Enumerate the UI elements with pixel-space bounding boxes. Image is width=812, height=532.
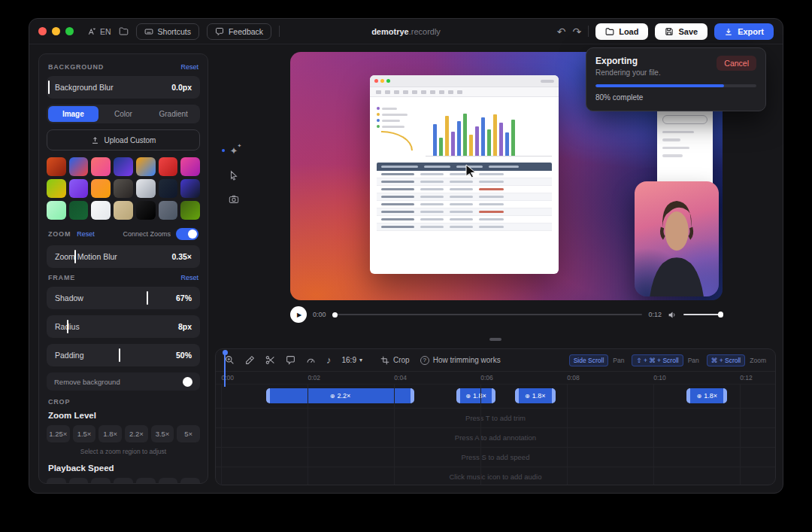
annotation-tool-button[interactable] (286, 355, 295, 365)
background-thumbnail[interactable] (114, 179, 133, 198)
zoom-level-button[interactable]: 3.5× (151, 425, 174, 442)
background-reset-link[interactable]: Reset (180, 63, 198, 71)
save-button[interactable]: Save (655, 23, 707, 40)
zoom-level-button[interactable]: 5× (177, 425, 200, 442)
playback-speed-button[interactable]: 1.25× (114, 478, 133, 484)
zoom-region[interactable]: ⊕1.8× (686, 388, 727, 403)
webcam-overlay[interactable] (635, 181, 719, 296)
background-thumbnail[interactable] (180, 179, 200, 198)
effects-tool-button[interactable]: ✦✦ (230, 145, 238, 157)
zoom-level-button[interactable]: 1.5× (73, 425, 96, 442)
zoom-window-button[interactable] (65, 27, 74, 35)
scissors-tool-button[interactable] (265, 355, 275, 365)
cancel-export-button[interactable]: Cancel (717, 56, 756, 71)
playback-speed-button[interactable]: 0.5× (69, 478, 89, 484)
volume-handle[interactable] (718, 312, 724, 318)
radius-slider[interactable]: Radius 8px (47, 315, 200, 338)
playhead[interactable] (224, 351, 226, 387)
background-thumbnail[interactable] (69, 201, 89, 220)
zoom-region[interactable]: ⊕1.8× (456, 388, 495, 403)
background-thumbnail[interactable] (159, 157, 178, 176)
background-thumbnail[interactable] (180, 157, 200, 176)
export-button[interactable]: Export (714, 23, 774, 40)
volume-slider[interactable] (683, 314, 723, 316)
shortcuts-button[interactable]: Shortcuts (136, 23, 199, 40)
crop-button[interactable]: Crop (380, 356, 410, 365)
slider-handle[interactable] (147, 291, 148, 305)
region-left-handle[interactable] (456, 388, 460, 403)
tab-color[interactable]: Color (98, 106, 149, 122)
region-left-handle[interactable] (266, 388, 270, 403)
background-thumbnail[interactable] (47, 179, 66, 198)
background-thumbnail[interactable] (114, 157, 133, 176)
playback-speed-button[interactable]: 1.75× (159, 478, 178, 484)
zoom-region[interactable]: ⊕1.8× (515, 388, 556, 403)
slider-handle[interactable] (119, 348, 120, 362)
zoom-reset-link[interactable]: Reset (77, 230, 95, 238)
background-thumbnail[interactable] (136, 157, 156, 176)
language-switcher[interactable]: EN (87, 27, 111, 36)
background-thumbnail[interactable] (47, 157, 66, 176)
panel-resize-handle[interactable] (489, 338, 501, 341)
camera-tool-button[interactable] (229, 194, 239, 205)
undo-button[interactable]: ↶ (557, 26, 566, 37)
zoom-motion-blur-slider[interactable]: Zoom Motion Blur 0.35× (47, 245, 200, 268)
seek-handle[interactable] (332, 312, 338, 318)
remove-background-toggle[interactable] (183, 377, 192, 387)
background-thumbnail[interactable] (91, 179, 111, 198)
region-right-handle[interactable] (552, 388, 556, 403)
speed-tool-button[interactable] (306, 355, 316, 365)
speaker-icon[interactable] (668, 310, 677, 320)
region-right-handle[interactable] (723, 388, 727, 403)
slider-handle[interactable] (67, 320, 68, 333)
connect-zooms-toggle[interactable] (176, 228, 198, 240)
region-left-handle[interactable] (515, 388, 519, 403)
background-thumbnail[interactable] (136, 201, 156, 220)
region-right-handle[interactable] (411, 388, 414, 403)
redo-button[interactable]: ↷ (572, 26, 581, 37)
load-button[interactable]: Load (595, 23, 648, 40)
playback-speed-button[interactable]: 2× (180, 478, 200, 484)
background-thumbnail[interactable] (47, 201, 66, 220)
playback-speed-button[interactable]: 1.5× (136, 478, 156, 484)
region-right-handle[interactable] (492, 388, 495, 403)
music-tool-button[interactable]: ♪ (326, 354, 332, 366)
zoom-level-button[interactable]: 1.25× (47, 425, 70, 442)
background-thumbnail[interactable] (69, 157, 89, 176)
cursor-tool-button[interactable] (229, 170, 239, 181)
background-thumbnail[interactable] (159, 179, 178, 198)
slider-handle[interactable] (74, 250, 76, 263)
open-folder-button[interactable] (119, 26, 129, 36)
close-window-button[interactable] (38, 27, 47, 35)
slider-handle[interactable] (48, 81, 50, 94)
zoom-region-tool-button[interactable] (225, 355, 235, 365)
timeline-ruler[interactable]: 0:000:020:040:060:080:100:12 (216, 372, 775, 385)
padding-slider[interactable]: Padding 50% (47, 344, 200, 366)
background-blur-slider[interactable]: Background Blur 0.0px (47, 76, 200, 99)
background-thumbnail[interactable] (114, 201, 133, 220)
zoom-region[interactable]: ⊕2.2× (266, 388, 414, 403)
background-thumbnail[interactable] (180, 201, 200, 220)
background-thumbnail[interactable] (69, 179, 89, 198)
minimize-window-button[interactable] (52, 27, 60, 35)
zoom-level-button[interactable]: 2.2× (125, 425, 148, 442)
seek-bar[interactable] (332, 314, 643, 315)
background-thumbnail[interactable] (91, 201, 111, 220)
zoom-level-button[interactable]: 1.8× (98, 425, 122, 442)
background-thumbnail[interactable] (91, 157, 111, 176)
tab-image[interactable]: Image (48, 106, 98, 122)
frame-reset-link[interactable]: Reset (180, 274, 198, 281)
background-thumbnail[interactable] (159, 201, 178, 220)
playback-speed-button[interactable]: 0.75× (91, 478, 111, 484)
playback-speed-button[interactable]: 0.25× (47, 478, 66, 484)
region-left-handle[interactable] (686, 388, 690, 403)
trim-tool-button[interactable] (245, 355, 255, 365)
upload-custom-button[interactable]: Upload Custom (47, 129, 200, 150)
feedback-button[interactable]: Feedback (207, 23, 271, 40)
how-trimming-works-button[interactable]: ? How trimming works (420, 356, 501, 365)
shadow-slider[interactable]: Shadow 67% (47, 287, 200, 309)
tab-gradient[interactable]: Gradient (148, 106, 198, 122)
play-button[interactable]: ▶ (290, 306, 307, 323)
aspect-ratio-select[interactable]: 16:9 ▾ (342, 356, 362, 364)
zoom-track[interactable]: ⊕2.2×⊕1.8×⊕1.8×⊕1.8× (216, 385, 775, 408)
